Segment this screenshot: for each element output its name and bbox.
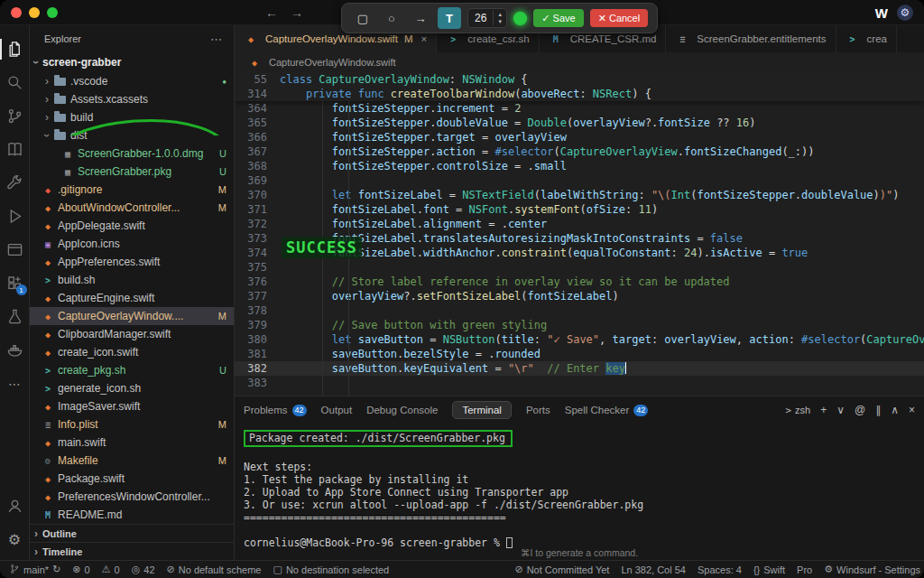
- close-panel-icon[interactable]: ×: [909, 404, 915, 416]
- errors-count[interactable]: ⊗0: [72, 564, 89, 575]
- file-row[interactable]: ▦ScreenGrabber-1.0.0.dmgU: [30, 144, 234, 163]
- file-row[interactable]: ▦ScreenGrabber.pkgU: [30, 163, 234, 181]
- activity-item-wrench[interactable]: [0, 166, 30, 200]
- new-terminal-icon[interactable]: +: [820, 404, 827, 416]
- spell-checker-count[interactable]: ◎42: [132, 564, 155, 575]
- tab-label: ScreenGrabber.entitlements: [697, 33, 826, 44]
- cursor-position[interactable]: Ln 382, Col 54: [621, 564, 686, 575]
- activity-item-source-control[interactable]: [0, 99, 30, 133]
- stepper-down-icon[interactable]: ▼: [494, 18, 506, 25]
- activity-item-more[interactable]: ⋯: [0, 367, 30, 400]
- text-tool-icon[interactable]: T: [438, 7, 461, 29]
- code-editor[interactable]: 55class CaptureOverlayWindow: NSWindow {…: [235, 72, 924, 396]
- file-row[interactable]: >build.sh: [30, 271, 234, 289]
- file-row[interactable]: ◆PreferencesWindowController...: [30, 488, 234, 506]
- rect-tool-icon[interactable]: ▢: [351, 7, 374, 29]
- code-text: saveButton.bezelStyle = .rounded: [280, 347, 924, 361]
- file-row[interactable]: ◆AboutWindowController...M: [30, 199, 234, 217]
- file-row[interactable]: ◆ImageSaver.swift: [30, 397, 234, 415]
- activity-item-account[interactable]: [0, 489, 30, 523]
- nav-back-icon[interactable]: ←: [265, 5, 278, 20]
- activity-item-explorer[interactable]: [0, 33, 30, 66]
- activity-item-extensions[interactable]: 1: [0, 266, 30, 300]
- breadcrumb[interactable]: ◆ CaptureOverlayWindow.swift: [235, 52, 924, 72]
- activity-item-containers[interactable]: [0, 333, 30, 367]
- warnings-count[interactable]: ⚠0: [102, 564, 120, 575]
- arrow-tool-icon[interactable]: →: [409, 7, 432, 29]
- minimize-button[interactable]: [29, 7, 40, 18]
- save-button[interactable]: ✓ Save: [533, 9, 583, 27]
- close-button[interactable]: [11, 7, 22, 18]
- file-row[interactable]: ◆main.swift: [30, 434, 234, 452]
- shell-file-icon: >: [42, 366, 54, 376]
- more-actions-icon[interactable]: ⋯: [210, 33, 223, 46]
- item-label: Info.plist: [58, 418, 213, 431]
- file-row[interactable]: ◆CaptureEngine.swift: [30, 289, 234, 307]
- close-icon[interactable]: ×: [421, 33, 428, 44]
- panel-tab-output[interactable]: Output: [321, 405, 353, 415]
- file-row[interactable]: >generate_icon.sh: [30, 379, 234, 397]
- folder-row[interactable]: ›build: [30, 108, 234, 126]
- file-row[interactable]: ◆ClipboardManager.swift: [30, 325, 234, 343]
- windsurf-settings[interactable]: ⚙Windsurf - Settings: [824, 564, 920, 575]
- file-row[interactable]: ◆CaptureOverlayWindow....M: [30, 307, 234, 325]
- terminal[interactable]: Package created: ./dist/ScreenGrabber.pk…: [235, 424, 924, 560]
- terminal-shell-selector[interactable]: >zsh: [785, 405, 810, 416]
- panel-tab-spell-checker[interactable]: Spell Checker42: [565, 405, 649, 416]
- file-row[interactable]: MREADME.md: [30, 506, 234, 524]
- activity-item-book[interactable]: [0, 133, 30, 166]
- activity-item-run-debug[interactable]: [0, 200, 30, 233]
- color-swatch[interactable]: [513, 12, 527, 25]
- line-number: 383: [235, 376, 280, 390]
- file-row[interactable]: ◆.gitignoreM: [30, 181, 234, 199]
- panel-tab-terminal[interactable]: Terminal: [452, 401, 511, 419]
- line-number: 366: [235, 130, 280, 144]
- sidebar-section-timeline[interactable]: ›Timeline: [30, 542, 234, 560]
- nav-forward-icon[interactable]: →: [291, 5, 303, 20]
- folder-row[interactable]: ›Assets.xcassets: [30, 90, 234, 108]
- panel-tab-problems[interactable]: Problems42: [244, 405, 307, 416]
- language-mode[interactable]: {}Swift: [753, 564, 785, 575]
- commit-status[interactable]: ⊘Not Committed Yet: [514, 564, 609, 575]
- folder-row[interactable]: ›.vscode●: [30, 72, 234, 90]
- file-row[interactable]: ▣AppIcon.icns: [30, 235, 234, 253]
- code-text: class CaptureOverlayWindow: NSWindow {: [280, 72, 924, 87]
- file-row[interactable]: ◆AppDelegate.swift: [30, 217, 234, 235]
- swift-file-icon: ◆: [42, 257, 54, 267]
- destination-status[interactable]: ▢No destination selected: [273, 564, 389, 575]
- editor-tab[interactable]: >crea: [836, 25, 897, 52]
- cancel-button[interactable]: ✕ Cancel: [590, 9, 649, 27]
- run-recent-command-icon[interactable]: @: [855, 404, 865, 416]
- branch-status[interactable]: main*↻: [9, 564, 60, 576]
- pro-badge[interactable]: Pro: [797, 564, 812, 575]
- file-row[interactable]: >create_pkg.shU: [30, 361, 234, 379]
- activity-item-remote-window[interactable]: [0, 233, 30, 266]
- ellipse-tool-icon[interactable]: ○: [380, 7, 403, 29]
- font-size-stepper[interactable]: 26 ▲ ▼: [467, 8, 507, 28]
- file-row[interactable]: ◆Package.swift: [30, 470, 234, 488]
- scheme-status[interactable]: ⊘No default scheme: [167, 564, 262, 575]
- panel-tab-ports[interactable]: Ports: [526, 405, 550, 415]
- folder-row[interactable]: ›dist: [30, 126, 234, 144]
- editor-tab[interactable]: ≡ScreenGrabber.entitlements: [666, 25, 836, 52]
- launch-profile-chevron-icon[interactable]: ∨: [836, 404, 845, 416]
- indentation[interactable]: Spaces: 4: [698, 564, 742, 575]
- file-row[interactable]: ≡Info.plistM: [30, 415, 234, 434]
- code-line: 366 fontSizeStepper.target = overlayView: [235, 130, 924, 144]
- file-row[interactable]: ⚙MakefileM: [30, 452, 234, 470]
- file-row[interactable]: ◆AppPreferences.swift: [30, 253, 234, 271]
- activity-item-search[interactable]: [0, 66, 30, 99]
- status-label: 0: [85, 564, 90, 575]
- activity-item-beaker[interactable]: [0, 300, 30, 333]
- menu-bar-app-icon[interactable]: ⚙: [897, 5, 913, 21]
- stepper-up-icon[interactable]: ▲: [494, 11, 506, 18]
- activity-item-settings[interactable]: ⚙: [0, 523, 30, 556]
- item-label: ImageSaver.swift: [58, 400, 226, 413]
- panel-tab-debug-console[interactable]: Debug Console: [366, 405, 438, 415]
- zoom-button[interactable]: [47, 7, 58, 18]
- file-row[interactable]: ◆create_icon.swift: [30, 343, 234, 361]
- maximize-panel-icon[interactable]: ∧: [891, 404, 899, 416]
- tree-root-folder[interactable]: ›screen-grabber: [30, 52, 234, 72]
- split-terminal-icon[interactable]: ∥: [875, 404, 881, 416]
- sidebar-section-outline[interactable]: ›Outline: [30, 524, 234, 542]
